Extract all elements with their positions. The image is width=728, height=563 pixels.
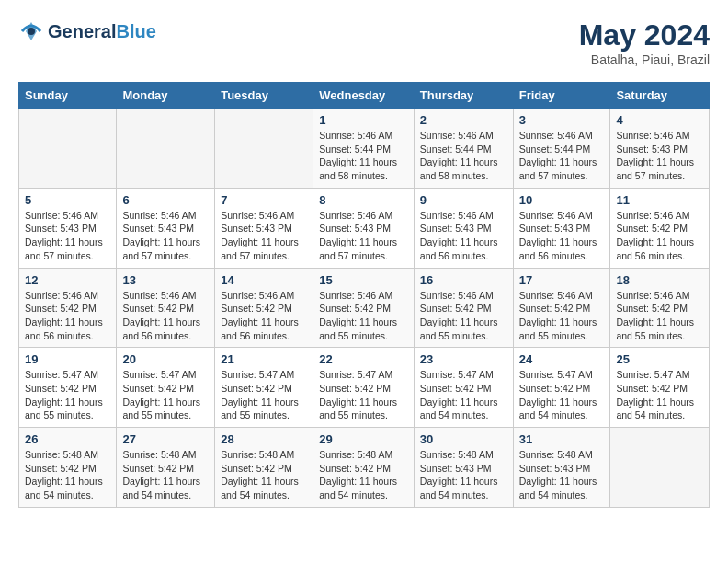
day-number: 18 — [616, 273, 703, 287]
day-info: Sunrise: 5:46 AM Sunset: 5:42 PM Dayligh… — [420, 289, 507, 343]
calendar-day-24: 24Sunrise: 5:47 AM Sunset: 5:42 PM Dayli… — [513, 348, 610, 428]
day-info: Sunrise: 5:46 AM Sunset: 5:43 PM Dayligh… — [122, 209, 209, 263]
day-number: 21 — [221, 352, 307, 366]
day-info: Sunrise: 5:48 AM Sunset: 5:43 PM Dayligh… — [420, 448, 507, 502]
day-info: Sunrise: 5:48 AM Sunset: 5:43 PM Dayligh… — [519, 448, 605, 502]
day-info: Sunrise: 5:46 AM Sunset: 5:42 PM Dayligh… — [519, 289, 605, 343]
calendar-day-19: 19Sunrise: 5:47 AM Sunset: 5:42 PM Dayli… — [19, 348, 117, 428]
calendar-day-28: 28Sunrise: 5:48 AM Sunset: 5:42 PM Dayli… — [215, 428, 313, 508]
day-number: 17 — [519, 273, 605, 287]
weekday-header-friday: Friday — [513, 83, 610, 109]
logo: GeneralBlue — [18, 18, 156, 44]
calendar-day-empty — [117, 109, 215, 189]
day-info: Sunrise: 5:46 AM Sunset: 5:43 PM Dayligh… — [420, 209, 507, 263]
day-info: Sunrise: 5:46 AM Sunset: 5:42 PM Dayligh… — [25, 289, 110, 343]
day-info: Sunrise: 5:46 AM Sunset: 5:42 PM Dayligh… — [221, 289, 307, 343]
calendar-day-empty — [19, 109, 117, 189]
day-info: Sunrise: 5:48 AM Sunset: 5:42 PM Dayligh… — [122, 448, 209, 502]
day-number: 4 — [616, 113, 703, 127]
day-number: 23 — [420, 352, 507, 366]
calendar-day-5: 5Sunrise: 5:46 AM Sunset: 5:43 PM Daylig… — [19, 188, 117, 268]
calendar-day-18: 18Sunrise: 5:46 AM Sunset: 5:42 PM Dayli… — [610, 268, 710, 348]
day-info: Sunrise: 5:47 AM Sunset: 5:42 PM Dayligh… — [221, 368, 307, 422]
weekday-header-sunday: Sunday — [19, 83, 117, 109]
calendar-day-7: 7Sunrise: 5:46 AM Sunset: 5:43 PM Daylig… — [215, 188, 313, 268]
day-info: Sunrise: 5:46 AM Sunset: 5:44 PM Dayligh… — [319, 129, 408, 183]
calendar-day-2: 2Sunrise: 5:46 AM Sunset: 5:44 PM Daylig… — [414, 109, 513, 189]
day-info: Sunrise: 5:46 AM Sunset: 5:43 PM Dayligh… — [25, 209, 110, 263]
calendar-day-13: 13Sunrise: 5:46 AM Sunset: 5:42 PM Dayli… — [117, 268, 215, 348]
day-number: 20 — [122, 352, 209, 366]
calendar-day-empty — [610, 428, 710, 508]
calendar-day-29: 29Sunrise: 5:48 AM Sunset: 5:42 PM Dayli… — [313, 428, 415, 508]
calendar-day-8: 8Sunrise: 5:46 AM Sunset: 5:43 PM Daylig… — [313, 188, 415, 268]
day-number: 22 — [319, 352, 408, 366]
logo-blue: Blue — [116, 21, 155, 41]
weekday-header-saturday: Saturday — [610, 83, 710, 109]
calendar-day-31: 31Sunrise: 5:48 AM Sunset: 5:43 PM Dayli… — [513, 428, 610, 508]
day-info: Sunrise: 5:48 AM Sunset: 5:42 PM Dayligh… — [25, 448, 110, 502]
calendar-week-row: 12Sunrise: 5:46 AM Sunset: 5:42 PM Dayli… — [19, 268, 710, 348]
day-number: 28 — [221, 432, 307, 446]
weekday-header-wednesday: Wednesday — [313, 83, 415, 109]
day-info: Sunrise: 5:47 AM Sunset: 5:42 PM Dayligh… — [25, 368, 110, 422]
day-info: Sunrise: 5:46 AM Sunset: 5:42 PM Dayligh… — [122, 289, 209, 343]
day-info: Sunrise: 5:46 AM Sunset: 5:42 PM Dayligh… — [616, 209, 703, 263]
day-info: Sunrise: 5:46 AM Sunset: 5:43 PM Dayligh… — [519, 209, 605, 263]
day-number: 31 — [519, 432, 605, 446]
logo-general: General — [48, 21, 116, 41]
day-number: 10 — [519, 193, 605, 207]
calendar-day-12: 12Sunrise: 5:46 AM Sunset: 5:42 PM Dayli… — [19, 268, 117, 348]
calendar-day-1: 1Sunrise: 5:46 AM Sunset: 5:44 PM Daylig… — [313, 109, 415, 189]
weekday-header-monday: Monday — [117, 83, 215, 109]
day-number: 3 — [519, 113, 605, 127]
day-info: Sunrise: 5:47 AM Sunset: 5:42 PM Dayligh… — [319, 368, 408, 422]
calendar-week-row: 26Sunrise: 5:48 AM Sunset: 5:42 PM Dayli… — [19, 428, 710, 508]
calendar-day-4: 4Sunrise: 5:46 AM Sunset: 5:43 PM Daylig… — [610, 109, 710, 189]
weekday-header-tuesday: Tuesday — [215, 83, 313, 109]
day-info: Sunrise: 5:46 AM Sunset: 5:43 PM Dayligh… — [616, 129, 703, 183]
day-info: Sunrise: 5:47 AM Sunset: 5:42 PM Dayligh… — [122, 368, 209, 422]
calendar-week-row: 19Sunrise: 5:47 AM Sunset: 5:42 PM Dayli… — [19, 348, 710, 428]
month-title: May 2024 — [579, 18, 710, 52]
page-header: GeneralBlue May 2024 Batalha, Piaui, Bra… — [18, 18, 710, 67]
day-number: 30 — [420, 432, 507, 446]
day-number: 5 — [25, 193, 110, 207]
day-number: 11 — [616, 193, 703, 207]
day-number: 24 — [519, 352, 605, 366]
day-info: Sunrise: 5:48 AM Sunset: 5:42 PM Dayligh… — [221, 448, 307, 502]
day-info: Sunrise: 5:46 AM Sunset: 5:42 PM Dayligh… — [616, 289, 703, 343]
day-number: 13 — [122, 273, 209, 287]
calendar-week-row: 1Sunrise: 5:46 AM Sunset: 5:44 PM Daylig… — [19, 109, 710, 189]
day-info: Sunrise: 5:48 AM Sunset: 5:42 PM Dayligh… — [319, 448, 408, 502]
calendar-day-23: 23Sunrise: 5:47 AM Sunset: 5:42 PM Dayli… — [414, 348, 513, 428]
day-number: 19 — [25, 352, 110, 366]
calendar-day-9: 9Sunrise: 5:46 AM Sunset: 5:43 PM Daylig… — [414, 188, 513, 268]
title-block: May 2024 Batalha, Piaui, Brazil — [579, 18, 710, 67]
calendar-day-30: 30Sunrise: 5:48 AM Sunset: 5:43 PM Dayli… — [414, 428, 513, 508]
calendar-day-20: 20Sunrise: 5:47 AM Sunset: 5:42 PM Dayli… — [117, 348, 215, 428]
calendar-day-25: 25Sunrise: 5:47 AM Sunset: 5:42 PM Dayli… — [610, 348, 710, 428]
day-info: Sunrise: 5:47 AM Sunset: 5:42 PM Dayligh… — [616, 368, 703, 422]
calendar-body: 1Sunrise: 5:46 AM Sunset: 5:44 PM Daylig… — [19, 109, 710, 508]
calendar-day-22: 22Sunrise: 5:47 AM Sunset: 5:42 PM Dayli… — [313, 348, 415, 428]
location-subtitle: Batalha, Piaui, Brazil — [579, 52, 710, 67]
day-number: 1 — [319, 113, 408, 127]
day-info: Sunrise: 5:47 AM Sunset: 5:42 PM Dayligh… — [519, 368, 605, 422]
weekday-header-thursday: Thursday — [414, 83, 513, 109]
calendar-day-15: 15Sunrise: 5:46 AM Sunset: 5:42 PM Dayli… — [313, 268, 415, 348]
calendar-day-14: 14Sunrise: 5:46 AM Sunset: 5:42 PM Dayli… — [215, 268, 313, 348]
day-number: 29 — [319, 432, 408, 446]
day-number: 14 — [221, 273, 307, 287]
calendar-table: SundayMondayTuesdayWednesdayThursdayFrid… — [18, 82, 710, 508]
day-number: 9 — [420, 193, 507, 207]
calendar-day-16: 16Sunrise: 5:46 AM Sunset: 5:42 PM Dayli… — [414, 268, 513, 348]
calendar-day-17: 17Sunrise: 5:46 AM Sunset: 5:42 PM Dayli… — [513, 268, 610, 348]
logo-icon — [18, 18, 44, 44]
calendar-header: SundayMondayTuesdayWednesdayThursdayFrid… — [19, 83, 710, 109]
calendar-day-27: 27Sunrise: 5:48 AM Sunset: 5:42 PM Dayli… — [117, 428, 215, 508]
day-number: 25 — [616, 352, 703, 366]
calendar-day-26: 26Sunrise: 5:48 AM Sunset: 5:42 PM Dayli… — [19, 428, 117, 508]
day-number: 6 — [122, 193, 209, 207]
day-info: Sunrise: 5:47 AM Sunset: 5:42 PM Dayligh… — [420, 368, 507, 422]
